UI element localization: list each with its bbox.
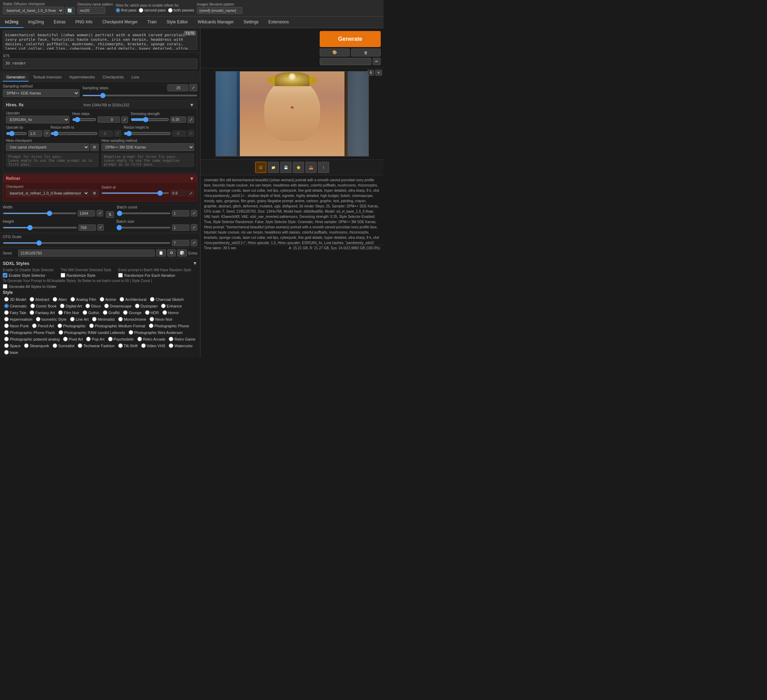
style-radio[interactable]	[60, 304, 65, 308]
style-radio[interactable]	[4, 350, 9, 355]
gen-all-order-checkbox[interactable]	[3, 284, 7, 289]
height-expand[interactable]: ⤢	[97, 224, 104, 231]
style-item[interactable]: Digital Art	[59, 303, 83, 309]
style-item[interactable]: Isometric Style	[35, 316, 68, 322]
refiner-switch-expand[interactable]: ⤢	[188, 190, 194, 197]
batch-count-input[interactable]	[172, 210, 189, 216]
gen-action-paint[interactable]: 🎨	[320, 48, 350, 56]
style-item[interactable]: Neon Noir	[148, 316, 174, 322]
refiner-switch-input[interactable]	[170, 190, 186, 196]
subtab-checkpoints[interactable]: Checkpoints	[99, 73, 127, 81]
tab-png-info[interactable]: PNG Info	[70, 17, 97, 28]
style-radio[interactable]	[4, 323, 9, 328]
subtab-lora[interactable]: Lora	[128, 73, 143, 81]
randomize-style-checkbox[interactable]	[60, 273, 65, 277]
styles-expand-icon[interactable]: ▼	[193, 261, 197, 266]
style-item[interactable]: Architectural	[118, 296, 148, 302]
style-radio[interactable]	[161, 304, 165, 308]
style-item[interactable]: Retro Arcade	[136, 336, 167, 342]
seed-recycle-btn[interactable]: ♻	[167, 249, 176, 256]
style-radio[interactable]	[150, 317, 154, 321]
style-item[interactable]: Disco	[84, 303, 102, 309]
hires-resizew-input[interactable]	[99, 130, 113, 137]
hires-steps-slider[interactable]	[72, 118, 96, 121]
style-radio[interactable]	[135, 304, 140, 308]
radio-both-label[interactable]: both passes	[168, 8, 194, 13]
style-radio[interactable]	[32, 323, 37, 328]
subtab-textual-inversion[interactable]: Textual Inversion	[29, 73, 65, 81]
style-item[interactable]: Horror	[161, 310, 180, 315]
style-item[interactable]: Techwear Fashion	[76, 343, 116, 348]
style-item[interactable]: Dreamscape	[103, 303, 133, 309]
style-radio[interactable]	[103, 310, 107, 315]
style-item[interactable]: Photographic polaroid analog	[3, 336, 61, 342]
style-item[interactable]: Pixel Art	[62, 336, 84, 342]
cfg-input[interactable]	[172, 240, 189, 246]
style-radio[interactable]	[4, 330, 9, 335]
style-item[interactable]: Pop Art	[85, 336, 106, 342]
style-item[interactable]: Abstract	[28, 296, 51, 302]
thumb-save[interactable]: 💾	[280, 162, 291, 173]
style-item[interactable]: Gothic	[81, 310, 101, 315]
hires-checkpoint-select[interactable]: Use same checkpoint	[6, 143, 89, 151]
style-radio[interactable]	[104, 304, 109, 308]
width-input[interactable]	[78, 210, 95, 216]
style-radio[interactable]	[4, 344, 9, 348]
style-radio[interactable]	[70, 297, 75, 302]
thumb-folder[interactable]: 📁	[268, 162, 279, 173]
style-item[interactable]: HDR	[144, 310, 161, 315]
style-item[interactable]: Alien	[51, 296, 68, 302]
style-item[interactable]: Grunge	[122, 310, 143, 315]
enable-style-checkbox[interactable]	[3, 273, 7, 277]
refiner-switch-slider[interactable]	[102, 192, 169, 194]
style-item[interactable]: Photographic Medium Format	[88, 323, 147, 329]
style-item[interactable]: Fairy Tale	[3, 310, 27, 315]
tab-extras[interactable]: Extras	[49, 17, 70, 28]
radio-first-pass[interactable]	[116, 8, 120, 13]
tab-img2img[interactable]: img2img	[23, 17, 49, 28]
style-item[interactable]: Tilt-Shift	[117, 343, 139, 348]
negative-prompt-input[interactable]: 3d render	[3, 59, 197, 69]
hires-upscaler-select[interactable]: ESRGAN_4x	[6, 116, 69, 123]
radio-second-label[interactable]: second pass	[139, 8, 166, 13]
style-radio[interactable]	[123, 310, 127, 315]
style-item[interactable]: Fantasy Art	[28, 310, 56, 315]
checkpoint-select[interactable]: base\sd_xl_base_1.0_0.9vae.safetensors […	[3, 6, 64, 14]
subtab-generation[interactable]: Generation	[3, 73, 29, 81]
hires-sampling-select[interactable]: DPM++ 3M SDE Karras	[102, 143, 194, 151]
hires-denoising-slider[interactable]	[131, 118, 169, 121]
style-radio[interactable]	[4, 310, 9, 315]
batch-count-expand[interactable]: ⤢	[191, 210, 197, 216]
style-radio[interactable]	[92, 317, 97, 321]
radio-first-label[interactable]: first pass	[116, 8, 137, 13]
positive-prompt-input[interactable]: biomechanical beautiful ((ohwx woman)) p…	[3, 30, 197, 50]
randomize-style-label[interactable]: Randomize Style	[60, 273, 111, 277]
style-radio[interactable]	[59, 330, 63, 335]
style-radio[interactable]	[4, 304, 9, 308]
style-radio[interactable]	[58, 310, 63, 315]
style-radio[interactable]	[4, 317, 9, 321]
style-item[interactable]: Charcoal Sketch	[148, 296, 185, 302]
refiner-checkpoint-select[interactable]: base\sd_xl_refiner_1.0_0.9vae.safetensor…	[6, 189, 89, 197]
style-item[interactable]: Photographic Phone	[148, 323, 191, 329]
seed-extra-toggle[interactable]: Extra	[188, 251, 197, 255]
hires-resizeh-slider[interactable]	[124, 132, 171, 135]
style-radio[interactable]	[24, 344, 29, 348]
style-item[interactable]: Film Noir	[57, 310, 81, 315]
height-slider[interactable]	[3, 227, 77, 228]
tab-checkpoint-merger[interactable]: Checkpoint Merger	[97, 17, 142, 28]
refiner-checkpoint-refresh[interactable]: ⚙	[90, 189, 99, 197]
style-item[interactable]: Enhance	[160, 303, 183, 309]
width-slider[interactable]	[3, 213, 76, 214]
style-radio[interactable]	[86, 304, 90, 308]
style-radio[interactable]	[89, 323, 94, 328]
radio-second-pass[interactable]	[139, 8, 143, 13]
cfg-slider[interactable]	[3, 242, 170, 244]
style-radio[interactable]	[118, 344, 123, 348]
style-radio[interactable]	[63, 337, 68, 341]
style-item[interactable]: Psychedelic	[107, 336, 135, 342]
refiner-header[interactable]: Refiner ▼	[3, 174, 197, 183]
style-item[interactable]: Dystopian	[134, 303, 159, 309]
style-radio[interactable]	[4, 297, 9, 302]
style-radio[interactable]	[30, 310, 34, 315]
